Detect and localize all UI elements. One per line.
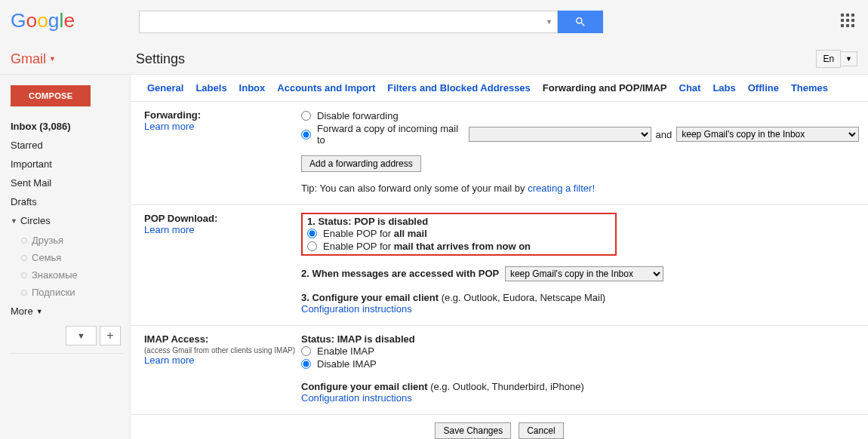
forwarding-tip: Tip: You can also forward only some of y… xyxy=(301,183,859,194)
pop-status-label: 1. Status: xyxy=(307,216,354,227)
nav-circles[interactable]: ▼Circles xyxy=(11,211,124,230)
imap-config-hint: (e.g. Outlook, Thunderbird, iPhone) xyxy=(430,381,584,392)
save-changes-button[interactable]: Save Changes xyxy=(435,422,511,439)
svg-rect-1 xyxy=(841,14,844,17)
circle-item[interactable]: Друзья xyxy=(11,232,124,249)
imap-config-label: Configure your email client xyxy=(301,381,430,392)
content: General Labels Inbox Accounts and Import… xyxy=(130,75,868,439)
tab-filters[interactable]: Filters and Blocked Addresses xyxy=(387,82,531,94)
tab-labels[interactable]: Labels xyxy=(195,82,226,94)
pop-enable-all-radio[interactable] xyxy=(307,229,317,238)
nav-important[interactable]: Important xyxy=(11,155,124,173)
search-dropdown-icon[interactable]: ▼ xyxy=(546,18,553,26)
pop-enable-now-radio[interactable] xyxy=(307,241,317,251)
imap-section: IMAP Access: (access Gmail from other cl… xyxy=(131,325,868,414)
imap-config-link[interactable]: Configuration instructions xyxy=(301,392,412,404)
cancel-button[interactable]: Cancel xyxy=(519,422,563,439)
imap-title: IMAP Access: xyxy=(144,333,301,345)
forwarding-and-label: and xyxy=(656,129,673,140)
svg-rect-4 xyxy=(841,19,844,22)
create-filter-link[interactable]: creating a filter! xyxy=(528,183,595,194)
chevron-down-icon: ▼ xyxy=(49,55,56,63)
tab-themes[interactable]: Themes xyxy=(791,82,828,94)
nav-starred[interactable]: Starred xyxy=(11,136,124,155)
imap-status-label: Status: xyxy=(301,333,337,345)
circle-icon xyxy=(21,255,27,261)
forwarding-enable-radio[interactable] xyxy=(301,130,311,140)
sidebar-add-button[interactable]: + xyxy=(100,326,121,345)
imap-enable-radio[interactable] xyxy=(301,346,311,356)
nav-list: Inbox (3,086) Starred Important Sent Mai… xyxy=(11,117,124,230)
compose-button[interactable]: COMPOSE xyxy=(11,85,91,106)
circle-item[interactable]: Семья xyxy=(11,249,124,266)
nav-more[interactable]: More▼ xyxy=(11,305,124,317)
svg-rect-2 xyxy=(846,14,849,17)
subheader: Gmail ▼ Settings En ▼ xyxy=(0,44,868,75)
pop-keep-select[interactable]: keep Gmail's copy in the Inbox xyxy=(505,266,663,281)
imap-status-value: IMAP is disabled xyxy=(337,333,415,345)
tab-chat[interactable]: Chat xyxy=(679,82,701,94)
tab-forwarding-pop-imap[interactable]: Forwarding and POP/IMAP xyxy=(543,82,667,94)
pop-step3-hint: (e.g. Outlook, Eudora, Netscape Mail) xyxy=(442,292,606,303)
svg-rect-5 xyxy=(846,19,849,22)
imap-learn-more-link[interactable]: Learn more xyxy=(144,355,301,366)
forwarding-keep-select[interactable]: keep Gmail's copy in the Inbox xyxy=(676,127,859,142)
imap-enable-label: Enable IMAP xyxy=(317,345,374,357)
gmail-dropdown-link[interactable]: Gmail ▼ xyxy=(11,51,56,67)
gmail-label: Gmail xyxy=(11,51,46,67)
sidebar: COMPOSE Inbox (3,086) Starred Important … xyxy=(0,75,130,439)
google-logo[interactable]: Google xyxy=(11,10,80,34)
apps-grid-icon[interactable] xyxy=(841,14,854,29)
chevron-down-icon: ▼ xyxy=(36,308,43,315)
svg-rect-8 xyxy=(846,24,849,27)
forwarding-disable-label: Disable forwarding xyxy=(317,110,399,121)
forwarding-section: Forwarding: Learn more Disable forwardin… xyxy=(131,101,868,204)
pop-title: POP Download: xyxy=(144,213,301,224)
circle-icon xyxy=(21,272,27,278)
forwarding-title: Forwarding: xyxy=(144,109,301,121)
circle-item[interactable]: Знакомые xyxy=(11,266,124,284)
svg-text:Google: Google xyxy=(11,10,75,32)
tab-accounts[interactable]: Accounts and Import xyxy=(277,82,375,94)
sidebar-dropdown-button[interactable]: ▼ xyxy=(66,326,97,345)
forwarding-learn-more-link[interactable]: Learn more xyxy=(144,121,301,132)
svg-rect-3 xyxy=(851,14,854,17)
forwarding-disable-radio[interactable] xyxy=(301,111,311,121)
header: Google ▼ xyxy=(0,0,868,44)
tab-offline[interactable]: Offline xyxy=(748,82,779,94)
circles-list: Друзья Семья Знакомые Подписки xyxy=(11,232,124,301)
imap-disable-radio[interactable] xyxy=(301,359,311,369)
circle-icon xyxy=(21,238,27,244)
nav-drafts[interactable]: Drafts xyxy=(11,192,124,211)
tab-labs[interactable]: Labs xyxy=(713,82,735,94)
plus-icon: + xyxy=(106,329,113,342)
language-dropdown-button[interactable]: ▼ xyxy=(841,51,857,66)
svg-rect-7 xyxy=(841,24,844,27)
chevron-down-icon: ▼ xyxy=(11,217,17,225)
tab-general[interactable]: General xyxy=(147,82,183,94)
nav-sent-mail[interactable]: Sent Mail xyxy=(11,173,124,192)
search-icon xyxy=(574,16,586,28)
pop-status-value: POP is disabled xyxy=(354,216,428,227)
page-title: Settings xyxy=(136,51,816,67)
nav-inbox[interactable]: Inbox (3,086) xyxy=(11,117,124,136)
tab-inbox[interactable]: Inbox xyxy=(239,82,266,94)
footer-buttons: Save Changes Cancel xyxy=(131,414,868,439)
circle-item[interactable]: Подписки xyxy=(11,284,124,301)
pop-learn-more-link[interactable]: Learn more xyxy=(144,224,301,235)
language-button[interactable]: En xyxy=(816,50,841,68)
forwarding-address-select[interactable] xyxy=(469,127,651,142)
circle-icon xyxy=(21,290,27,296)
imap-disable-label: Disable IMAP xyxy=(317,358,377,370)
add-forwarding-address-button[interactable]: Add a forwarding address xyxy=(301,155,421,172)
pop-section: POP Download: Learn more 1. Status: POP … xyxy=(131,204,868,325)
settings-tabs: General Labels Inbox Accounts and Import… xyxy=(131,75,868,101)
pop-highlight-box: 1. Status: POP is disabled Enable POP fo… xyxy=(301,213,617,256)
search-button[interactable] xyxy=(558,11,603,33)
svg-rect-9 xyxy=(851,24,854,27)
search-input[interactable]: ▼ xyxy=(139,11,558,33)
imap-note: (access Gmail from other clients using I… xyxy=(144,346,301,355)
chevron-down-icon: ▼ xyxy=(77,331,85,340)
pop-config-link[interactable]: Configuration instructions xyxy=(301,303,412,315)
search-container: ▼ xyxy=(139,11,603,33)
